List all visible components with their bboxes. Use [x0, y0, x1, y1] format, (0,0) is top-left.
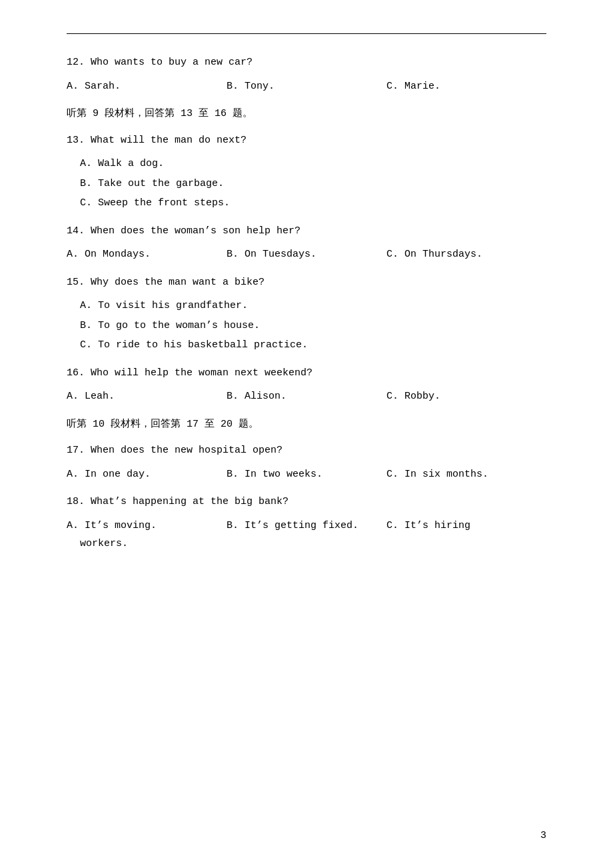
section-header-section10: 听第 10 段材料，回答第 17 至 20 题。: [67, 416, 546, 433]
q12-text: 12. Who wants to buy a new car?: [67, 54, 546, 71]
q15-option-B: B. To go to the woman’s house.: [80, 317, 546, 335]
q13-options: A. Walk a dog.B. Take out the garbage.C.…: [80, 155, 546, 212]
q14-text: 14. When does the woman’s son help her?: [67, 223, 546, 240]
q18-option-B: B. It’s getting fixed.: [227, 517, 386, 535]
q17-option-B: B. In two weeks.: [227, 466, 386, 483]
q16-option-C: C. Robby.: [386, 388, 546, 405]
q15-options: A. To visit his grandfather.B. To go to …: [80, 297, 546, 354]
q15-text: 15. Why does the man want a bike?: [67, 274, 546, 291]
question-q13: 13. What will the man do next?A. Walk a …: [67, 132, 546, 212]
q15-option-A: A. To visit his grandfather.: [80, 297, 546, 315]
q12-option-B: B. Tony.: [227, 78, 386, 95]
page-number: 3: [540, 830, 546, 841]
section-header-section9: 听第 9 段材料，回答第 13 至 16 题。: [67, 105, 546, 123]
q14-option-B: B. On Tuesdays.: [227, 246, 386, 263]
q12-options: A. Sarah. B. Tony. C. Marie.: [67, 78, 546, 95]
q18-text: 18. What’s happening at the big bank?: [67, 493, 546, 511]
q13-option-A: A. Walk a dog.: [80, 155, 546, 173]
q12-option-C: C. Marie.: [386, 78, 546, 95]
question-q17: 17. When does the new hospital open? A. …: [67, 442, 546, 483]
q14-options: A. On Mondays. B. On Tuesdays. C. On Thu…: [67, 246, 546, 263]
q15-option-C: C. To ride to his basketball practice.: [80, 337, 546, 354]
q18-continuation: workers.: [80, 538, 546, 549]
q13-option-C: C. Sweep the front steps.: [80, 195, 546, 212]
q16-option-A: A. Leah.: [67, 388, 227, 405]
question-q15: 15. Why does the man want a bike?A. To v…: [67, 274, 546, 354]
question-q18: 18. What’s happening at the big bank? A.…: [67, 493, 546, 549]
q17-option-C: C. In six months.: [386, 466, 546, 483]
q14-option-A: A. On Mondays.: [67, 246, 227, 263]
q17-options: A. In one day. B. In two weeks. C. In si…: [67, 466, 546, 483]
q12-option-A: A. Sarah.: [67, 78, 227, 95]
q13-option-B: B. Take out the garbage.: [80, 175, 546, 193]
question-q14: 14. When does the woman’s son help her? …: [67, 223, 546, 263]
question-q16: 16. Who will help the woman next weekend…: [67, 365, 546, 405]
q16-option-B: B. Alison.: [227, 388, 386, 405]
top-divider: [67, 33, 546, 34]
q18-option-A: A. It’s moving.: [67, 517, 227, 535]
q18-options: A. It’s moving. B. It’s getting fixed. C…: [67, 517, 546, 535]
q16-text: 16. Who will help the woman next weekend…: [67, 365, 546, 382]
q18-option-C: C. It’s hiring: [386, 517, 546, 535]
q17-option-A: A. In one day.: [67, 466, 227, 483]
question-q12: 12. Who wants to buy a new car? A. Sarah…: [67, 54, 546, 95]
q16-options: A. Leah. B. Alison. C. Robby.: [67, 388, 546, 405]
q14-option-C: C. On Thursdays.: [386, 246, 546, 263]
q17-text: 17. When does the new hospital open?: [67, 442, 546, 459]
page: // We'll render everything manually belo…: [0, 0, 613, 868]
q13-text: 13. What will the man do next?: [67, 132, 546, 149]
